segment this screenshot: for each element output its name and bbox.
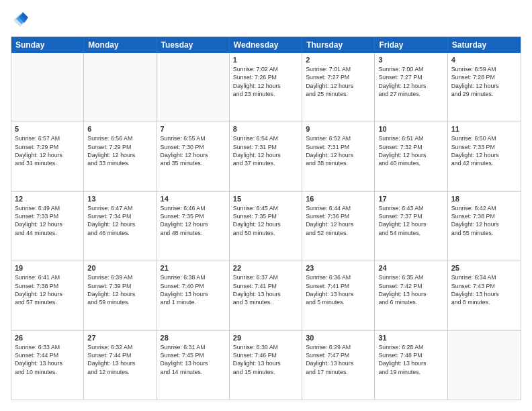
cal-header-cell: Monday [84, 37, 157, 53]
cell-info: Sunrise: 6:35 AM Sunset: 7:42 PM Dayligh… [378, 273, 443, 306]
cell-date: 5 [15, 125, 80, 133]
cell-date: 3 [378, 56, 443, 64]
cell-info: Sunrise: 6:29 AM Sunset: 7:47 PM Dayligh… [306, 343, 371, 376]
header [11, 11, 521, 30]
cal-cell: 25Sunrise: 6:34 AM Sunset: 7:43 PM Dayli… [448, 261, 521, 330]
cell-date: 17 [378, 195, 443, 203]
cell-date: 9 [306, 125, 371, 133]
cal-header-cell: Friday [375, 37, 447, 53]
cell-info: Sunrise: 6:41 AM Sunset: 7:38 PM Dayligh… [15, 273, 80, 306]
cell-date: 14 [161, 195, 226, 203]
cell-date: 15 [233, 195, 298, 203]
cal-cell: 4Sunrise: 6:59 AM Sunset: 7:28 PM Daylig… [448, 53, 521, 122]
cell-date: 27 [87, 334, 152, 342]
calendar-header: SundayMondayTuesdayWednesdayThursdayFrid… [11, 37, 521, 53]
cell-date: 2 [306, 56, 371, 64]
cal-cell [11, 53, 84, 122]
cal-cell: 15Sunrise: 6:45 AM Sunset: 7:35 PM Dayli… [230, 192, 302, 261]
cell-info: Sunrise: 6:34 AM Sunset: 7:43 PM Dayligh… [451, 273, 517, 306]
cal-cell: 2Sunrise: 7:01 AM Sunset: 7:27 PM Daylig… [302, 53, 375, 122]
cell-info: Sunrise: 6:56 AM Sunset: 7:29 PM Dayligh… [87, 134, 152, 167]
cal-row: 5Sunrise: 6:57 AM Sunset: 7:29 PM Daylig… [11, 122, 521, 191]
cell-date: 7 [161, 125, 226, 133]
cal-cell: 11Sunrise: 6:50 AM Sunset: 7:33 PM Dayli… [448, 122, 521, 191]
cell-info: Sunrise: 6:33 AM Sunset: 7:44 PM Dayligh… [15, 343, 80, 376]
cell-info: Sunrise: 6:44 AM Sunset: 7:36 PM Dayligh… [306, 204, 371, 237]
cal-cell: 14Sunrise: 6:46 AM Sunset: 7:35 PM Dayli… [157, 192, 230, 261]
cell-info: Sunrise: 6:39 AM Sunset: 7:39 PM Dayligh… [87, 273, 152, 306]
cal-row: 12Sunrise: 6:49 AM Sunset: 7:33 PM Dayli… [11, 192, 521, 261]
logo [11, 11, 32, 30]
cell-info: Sunrise: 6:38 AM Sunset: 7:40 PM Dayligh… [161, 273, 226, 306]
cell-date: 18 [451, 195, 517, 203]
cal-cell: 27Sunrise: 6:32 AM Sunset: 7:44 PM Dayli… [84, 331, 157, 400]
cell-info: Sunrise: 6:59 AM Sunset: 7:28 PM Dayligh… [451, 65, 517, 98]
cal-header-cell: Sunday [11, 37, 84, 53]
cell-info: Sunrise: 6:52 AM Sunset: 7:31 PM Dayligh… [306, 134, 371, 167]
cal-cell: 20Sunrise: 6:39 AM Sunset: 7:39 PM Dayli… [84, 261, 157, 330]
cell-info: Sunrise: 6:55 AM Sunset: 7:30 PM Dayligh… [161, 134, 226, 167]
cal-header-cell: Wednesday [230, 37, 302, 53]
cal-cell: 23Sunrise: 6:36 AM Sunset: 7:41 PM Dayli… [302, 261, 375, 330]
cal-cell: 24Sunrise: 6:35 AM Sunset: 7:42 PM Dayli… [375, 261, 447, 330]
cal-row: 26Sunrise: 6:33 AM Sunset: 7:44 PM Dayli… [11, 331, 521, 400]
cal-header-cell: Thursday [302, 37, 375, 53]
cell-date: 28 [161, 334, 226, 342]
cal-cell: 30Sunrise: 6:29 AM Sunset: 7:47 PM Dayli… [302, 331, 375, 400]
cell-info: Sunrise: 6:45 AM Sunset: 7:35 PM Dayligh… [233, 204, 298, 237]
cell-info: Sunrise: 6:54 AM Sunset: 7:31 PM Dayligh… [233, 134, 298, 167]
cal-header-cell: Saturday [448, 37, 521, 53]
cell-info: Sunrise: 6:31 AM Sunset: 7:45 PM Dayligh… [161, 343, 226, 376]
cell-date: 16 [306, 195, 371, 203]
cell-date: 21 [161, 264, 226, 272]
cal-cell: 6Sunrise: 6:56 AM Sunset: 7:29 PM Daylig… [84, 122, 157, 191]
cell-date: 19 [15, 264, 80, 272]
logo-icon [11, 11, 30, 30]
cell-info: Sunrise: 6:32 AM Sunset: 7:44 PM Dayligh… [87, 343, 152, 376]
cal-cell: 31Sunrise: 6:28 AM Sunset: 7:48 PM Dayli… [375, 331, 447, 400]
cell-date: 29 [233, 334, 298, 342]
cell-date: 13 [87, 195, 152, 203]
cell-date: 24 [378, 264, 443, 272]
cell-date: 20 [87, 264, 152, 272]
cell-info: Sunrise: 6:42 AM Sunset: 7:38 PM Dayligh… [451, 204, 517, 237]
cal-cell: 12Sunrise: 6:49 AM Sunset: 7:33 PM Dayli… [11, 192, 84, 261]
cal-cell: 26Sunrise: 6:33 AM Sunset: 7:44 PM Dayli… [11, 331, 84, 400]
cal-row: 1Sunrise: 7:02 AM Sunset: 7:26 PM Daylig… [11, 53, 521, 122]
cal-cell: 5Sunrise: 6:57 AM Sunset: 7:29 PM Daylig… [11, 122, 84, 191]
cell-date: 30 [306, 334, 371, 342]
calendar: SundayMondayTuesdayWednesdayThursdayFrid… [11, 36, 521, 400]
cell-info: Sunrise: 6:30 AM Sunset: 7:46 PM Dayligh… [233, 343, 298, 376]
cell-info: Sunrise: 7:00 AM Sunset: 7:27 PM Dayligh… [378, 65, 443, 98]
cell-date: 1 [233, 56, 298, 64]
cal-cell [84, 53, 157, 122]
cell-date: 31 [378, 334, 443, 342]
cal-cell: 8Sunrise: 6:54 AM Sunset: 7:31 PM Daylig… [230, 122, 302, 191]
cell-info: Sunrise: 6:47 AM Sunset: 7:34 PM Dayligh… [87, 204, 152, 237]
cell-date: 23 [306, 264, 371, 272]
cell-info: Sunrise: 7:02 AM Sunset: 7:26 PM Dayligh… [233, 65, 298, 98]
cal-cell: 7Sunrise: 6:55 AM Sunset: 7:30 PM Daylig… [157, 122, 230, 191]
cal-cell: 9Sunrise: 6:52 AM Sunset: 7:31 PM Daylig… [302, 122, 375, 191]
cal-cell: 10Sunrise: 6:51 AM Sunset: 7:32 PM Dayli… [375, 122, 447, 191]
cell-info: Sunrise: 7:01 AM Sunset: 7:27 PM Dayligh… [306, 65, 371, 98]
cell-date: 26 [15, 334, 80, 342]
cell-info: Sunrise: 6:46 AM Sunset: 7:35 PM Dayligh… [161, 204, 226, 237]
page: SundayMondayTuesdayWednesdayThursdayFrid… [0, 0, 532, 411]
cell-info: Sunrise: 6:36 AM Sunset: 7:41 PM Dayligh… [306, 273, 371, 306]
cal-cell: 13Sunrise: 6:47 AM Sunset: 7:34 PM Dayli… [84, 192, 157, 261]
cal-cell: 18Sunrise: 6:42 AM Sunset: 7:38 PM Dayli… [448, 192, 521, 261]
calendar-body: 1Sunrise: 7:02 AM Sunset: 7:26 PM Daylig… [11, 53, 521, 400]
cell-date: 8 [233, 125, 298, 133]
cell-info: Sunrise: 6:37 AM Sunset: 7:41 PM Dayligh… [233, 273, 298, 306]
cell-date: 22 [233, 264, 298, 272]
cal-cell [157, 53, 230, 122]
cell-info: Sunrise: 6:57 AM Sunset: 7:29 PM Dayligh… [15, 134, 80, 167]
cal-row: 19Sunrise: 6:41 AM Sunset: 7:38 PM Dayli… [11, 261, 521, 330]
cal-cell: 17Sunrise: 6:43 AM Sunset: 7:37 PM Dayli… [375, 192, 447, 261]
cell-info: Sunrise: 6:49 AM Sunset: 7:33 PM Dayligh… [15, 204, 80, 237]
cell-date: 25 [451, 264, 517, 272]
cal-cell: 22Sunrise: 6:37 AM Sunset: 7:41 PM Dayli… [230, 261, 302, 330]
cell-info: Sunrise: 6:51 AM Sunset: 7:32 PM Dayligh… [378, 134, 443, 167]
cell-date: 11 [451, 125, 517, 133]
